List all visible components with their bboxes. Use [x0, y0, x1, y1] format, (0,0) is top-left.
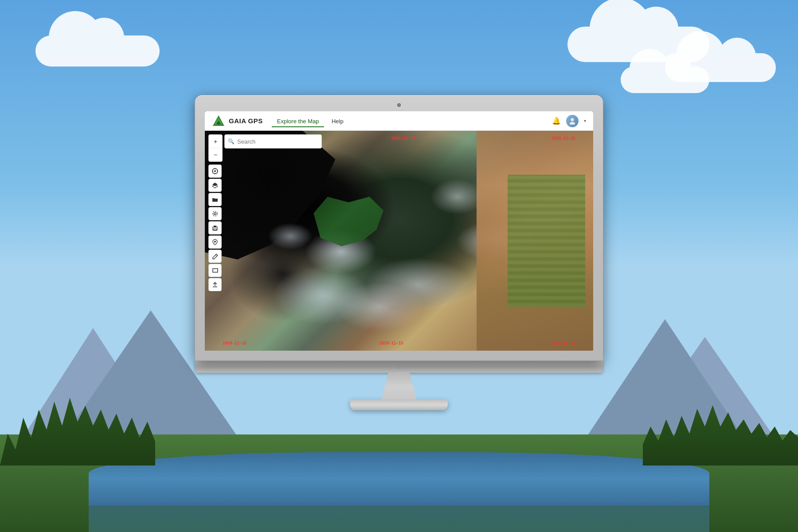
- layers-icon: [212, 182, 218, 188]
- rectangle-icon: [212, 268, 218, 273]
- waypoint-icon: [212, 239, 218, 245]
- bell-icon[interactable]: 🔔: [552, 117, 561, 125]
- map-sidebar: + −: [208, 134, 223, 291]
- nav-help[interactable]: Help: [326, 116, 349, 127]
- gear-icon: [212, 211, 218, 217]
- location-icon: [212, 168, 218, 174]
- upload-button[interactable]: [208, 278, 222, 291]
- upload-icon: [212, 282, 218, 288]
- logo-area: GAIA GPS: [212, 114, 263, 128]
- search-bar-container: 🔍: [224, 134, 322, 149]
- date-label-top-right: 2020-11-15: [552, 136, 575, 141]
- monitor: GAIA GPS Explore the Map Help 🔔: [195, 95, 603, 410]
- search-icon: 🔍: [228, 138, 235, 145]
- svg-point-6: [214, 170, 216, 172]
- date-label-bottom-center: 2020-11-15: [379, 341, 403, 345]
- svg-rect-16: [214, 226, 216, 227]
- water-body: [89, 452, 709, 505]
- svg-point-13: [214, 213, 216, 215]
- print-button[interactable]: [208, 221, 222, 235]
- monitor-bezel: GAIA GPS Explore the Map Help 🔔: [195, 95, 603, 360]
- rectangle-button[interactable]: [208, 264, 222, 277]
- logo-text: GAIA GPS: [229, 117, 263, 125]
- ground: [0, 434, 798, 532]
- monitor-neck: [381, 373, 417, 399]
- gaia-logo-icon: [212, 114, 225, 128]
- search-input-wrapper: 🔍: [224, 134, 322, 149]
- fields-overlay: [508, 175, 585, 307]
- main-nav: Explore the Map Help: [272, 117, 349, 125]
- avatar[interactable]: [566, 115, 579, 127]
- app-navbar: GAIA GPS Explore the Map Help 🔔: [205, 111, 593, 131]
- svg-point-14: [213, 211, 218, 216]
- date-label-bottom-left: 2020-11-15: [223, 341, 246, 345]
- waypoint-button[interactable]: [208, 235, 222, 249]
- apple-logo: : [397, 360, 401, 370]
- avatar-icon: [569, 117, 576, 125]
- screen: GAIA GPS Explore the Map Help 🔔: [205, 111, 593, 351]
- svg-rect-20: [213, 269, 218, 272]
- print-icon: [212, 225, 218, 231]
- search-input[interactable]: [224, 134, 322, 149]
- draw-button[interactable]: [208, 250, 222, 263]
- map-area[interactable]: 2020-11-15 2020-11-15 2020-11-15 2020-11…: [205, 131, 593, 351]
- svg-line-19: [215, 255, 217, 256]
- zoom-out-button[interactable]: −: [209, 148, 222, 161]
- date-label-bottom-right: 2020-11-15: [552, 341, 575, 345]
- monitor-body: GAIA GPS Explore the Map Help 🔔: [195, 95, 603, 373]
- water-reflection: [89, 503, 709, 532]
- cloud-1: [35, 35, 160, 66]
- navbar-right: 🔔 ▾: [552, 115, 586, 127]
- pencil-icon: [212, 254, 218, 259]
- cloud-4: [665, 53, 776, 82]
- camera-dot: [397, 103, 401, 107]
- svg-point-18: [214, 241, 216, 243]
- location-button[interactable]: [208, 164, 222, 178]
- monitor-chin: : [195, 360, 603, 373]
- monitor-stand: [350, 399, 448, 410]
- folder-icon: [212, 197, 218, 202]
- layers-button[interactable]: [208, 179, 222, 192]
- chevron-down-icon[interactable]: ▾: [584, 118, 586, 123]
- svg-point-4: [570, 122, 575, 125]
- svg-point-3: [571, 118, 574, 121]
- zoom-controls: + −: [208, 134, 223, 162]
- zoom-in-button[interactable]: +: [209, 135, 222, 148]
- settings-button[interactable]: [208, 207, 222, 220]
- folder-button[interactable]: [208, 193, 222, 206]
- date-label-top-center: 2020-11-15: [391, 136, 415, 141]
- nav-explore-map[interactable]: Explore the Map: [272, 116, 325, 127]
